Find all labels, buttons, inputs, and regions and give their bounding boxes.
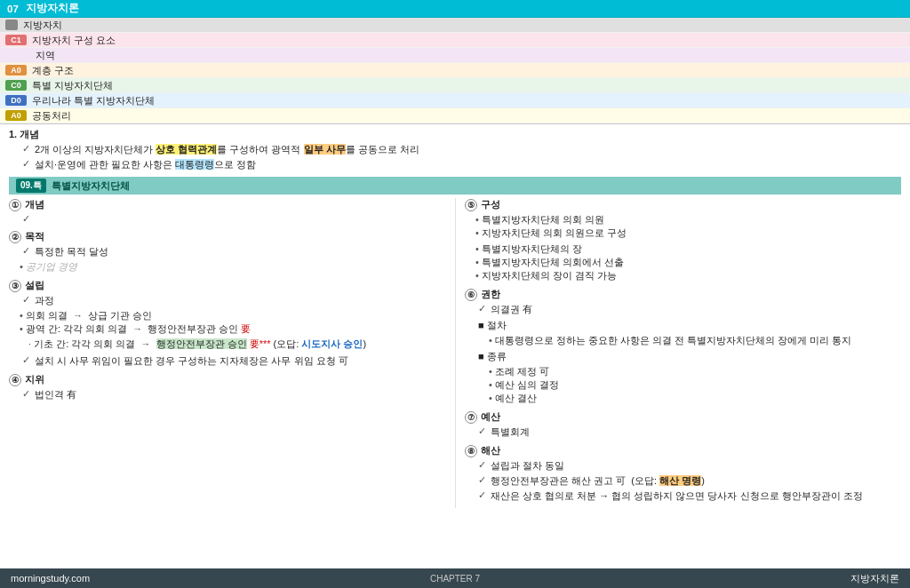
chapter-header-bar: 07 지방자치론: [0, 0, 910, 18]
nav-label-4: 특별 지방자치단체: [32, 79, 113, 92]
concept-item-2: ✓ 설치·운영에 관한 필요한 사항은 대통령령으로 정함: [22, 158, 901, 171]
l4-check-icon: ✓: [22, 388, 30, 400]
right-section-7-title: ⑦ 예산: [465, 410, 901, 424]
concept-item-1: ✓ 2개 이상의 지방자치단체가 상호 협력관계를 구성하여 광역적 일부 사무…: [22, 143, 901, 156]
right-section-5: ⑤ 구성 특별지방자치단체 의회 의원 지방자치단체 의회 의원으로 구성 특별…: [465, 198, 901, 282]
l3-extra-icon: ✓: [22, 354, 30, 366]
nav-item-2[interactable]: 지역: [0, 48, 910, 63]
nav-badge-4: C0: [5, 80, 27, 91]
l2-sub-item: 공기업 경영: [20, 260, 446, 274]
l2-check-icon: ✓: [22, 245, 30, 257]
nav-item-6[interactable]: A0 공동처리: [0, 108, 910, 123]
right-section-6: ⑥ 권한 ✓ 의결권 有 ■ 절차 대통령령으로 정하는 중요한 사항은 의결 …: [465, 288, 901, 405]
r6-types-section: ■ 종류 조례 제정 可 예산 심의 결정 예산 결산: [478, 350, 901, 405]
l3-process-list: 의회 의결 → 상급 기관 승인 광역 간: 각각 의회 의결 → 행정안전부장…: [20, 309, 446, 336]
l1-check-icon: ✓: [22, 213, 30, 225]
left-section-4-title: ④ 지위: [9, 373, 446, 386]
nav-badge-5: D0: [5, 95, 27, 106]
r5-item-1: 특별지방자치단체 의회 의원: [475, 213, 901, 226]
r5-list2: 특별지방자치단체의 장 특별지방자치단체 의회에서 선출 지방자치단체의 장이 …: [475, 242, 901, 282]
r5-list: 특별지방자치단체 의회 의원 지방자치단체 의회 의원으로 구성: [475, 213, 901, 240]
r6-type-2: 예산 심의 결정: [489, 378, 901, 392]
num-circle-2: ②: [9, 231, 21, 243]
left-section-1-title: ① 개념: [9, 198, 446, 211]
nav-item-4[interactable]: C0 특별 지방자치단체: [0, 78, 910, 93]
l2-sublist: 공기업 경영: [20, 260, 446, 274]
footer-chapter: CHAPTER 7: [430, 574, 480, 584]
l2-check: ✓ 특정한 목적 달성: [22, 245, 446, 258]
right-section-5-title: ⑤ 구성: [465, 198, 901, 211]
left-section-3: ③ 설립 ✓ 과정 의회 의결 → 상급 기관 승인 광역 간: 각각 의회 의…: [9, 279, 446, 368]
r8-check-2: ✓ 행정안전부장관은 해산 권고 可 (오답: 해산 명령): [478, 474, 901, 488]
page-footer: morningstudy.com CHAPTER 7 지방자치론: [0, 568, 910, 588]
special-section-title: 특별지방자치단체: [52, 179, 130, 193]
r6-check-icon: ✓: [478, 303, 486, 314]
num-circle-8: ⑧: [465, 445, 477, 457]
two-col-layout: ① 개념 ✓ ② 목적 ✓ 특정한 목적 달성 공: [9, 198, 901, 508]
l3-check-icon: ✓: [22, 294, 30, 306]
nav-label-3: 계층 구조: [32, 64, 74, 77]
l3-process-sub: 기초 간: 각각 의회 의결 → 행정안전부장관 승인 要*** (오답: 시도…: [28, 338, 446, 351]
r8-check-icon-3: ✓: [478, 489, 486, 501]
l3-process-title: ✓ 과정: [22, 294, 446, 307]
nav-badge-6: A0: [5, 110, 27, 121]
highlight-work: 일부 사무: [304, 144, 346, 155]
l3-p3: 기초 간: 각각 의회 의결 → 행정안전부장관 승인 要*** (오답: 시도…: [28, 338, 446, 351]
r8-check-3: ✓ 재산은 상호 협의로 처분 → 협의 성립하지 않으면 당사자 신청으로 행…: [478, 489, 901, 503]
right-section-8: ⑧ 해산 ✓ 설립과 절차 동일 ✓ 행정안전부장관은 해산 권고 可 (오답:…: [465, 444, 901, 503]
num-circle-3: ③: [9, 280, 21, 292]
r5-item-4: 특별지방자치단체 의회에서 선출: [475, 256, 901, 269]
special-section-badge: 09.특: [16, 179, 46, 193]
r6-decision: ✓ 의결권 有: [478, 303, 901, 316]
l3-p1: 의회 의결 → 상급 기관 승인: [20, 309, 446, 322]
r6-procedure-title: ■ 절차: [478, 319, 901, 332]
nav-item-0[interactable]: 지방자치: [0, 18, 910, 33]
right-section-6-title: ⑥ 권한: [465, 288, 901, 301]
r5-item-5: 지방자치단체의 장이 겸직 가능: [475, 269, 901, 282]
num-circle-6: ⑥: [465, 289, 477, 301]
section-concept: 1. 개념 ✓ 2개 이상의 지방자치단체가 상호 협력관계를 구성하여 광역적…: [9, 128, 901, 171]
num-circle-1: ①: [9, 199, 21, 211]
nav-label-2: 지역: [36, 49, 55, 62]
r8-check-icon-2: ✓: [478, 474, 486, 486]
l3-p2: 광역 간: 각각 의회 의결 → 행정안전부장관 승인 要: [20, 322, 446, 336]
footer-site: morningstudy.com: [11, 573, 90, 584]
r5-item-3: 특별지방자치단체의 장: [475, 242, 901, 256]
num-circle-5: ⑤: [465, 199, 477, 211]
nav-label-1: 지방자치 구성 요소: [32, 34, 116, 47]
right-section-7: ⑦ 예산 ✓ 특별회계: [465, 410, 901, 439]
nav-badge-0: [5, 20, 18, 30]
nav-item-5[interactable]: D0 우리나라 특별 지방자치단체: [0, 93, 910, 108]
r6-types-list: 조례 제정 可 예산 심의 결정 예산 결산: [489, 365, 901, 405]
r6-proc-item: 대통령령으로 정하는 중요한 사항은 의결 전 특별지방자치단체의 장에게 미리…: [489, 334, 901, 347]
l3-extra: ✓ 설치 시 사무 위임이 필요한 경우 구성하는 지자체장은 사무 위임 요청…: [22, 354, 446, 368]
r6-type-3: 예산 결산: [489, 392, 901, 405]
nav-label-5: 우리나라 특별 지방자치단체: [32, 94, 155, 107]
left-section-2-title: ② 목적: [9, 230, 446, 243]
right-section-8-title: ⑧ 해산: [465, 444, 901, 457]
r7-check-icon: ✓: [478, 425, 486, 437]
footer-subject: 지방자치론: [850, 572, 899, 585]
r5-item-2: 지방자치단체 의회 의원으로 구성: [475, 226, 901, 240]
nav-item-3[interactable]: A0 계층 구조: [0, 63, 910, 78]
r6-types-title: ■ 종류: [478, 350, 901, 363]
highlight-cooperation: 상호 협력관계: [156, 144, 217, 155]
main-content: 1. 개념 ✓ 2개 이상의 지방자치단체가 상호 협력관계를 구성하여 광역적…: [0, 124, 910, 517]
r6-type-1: 조례 제정 可: [489, 365, 901, 378]
check-icon-2: ✓: [22, 158, 30, 170]
left-column: ① 개념 ✓ ② 목적 ✓ 특정한 목적 달성 공: [9, 198, 455, 508]
r6-procedure-section: ■ 절차 대통령령으로 정하는 중요한 사항은 의결 전 특별지방자치단체의 장…: [478, 319, 901, 347]
nav-item-1[interactable]: C1 지방자치 구성 요소: [0, 33, 910, 48]
hl-minister: 행정안전부장관 승인: [156, 338, 247, 349]
nav-badge-3: A0: [5, 65, 27, 75]
left-section-2: ② 목적 ✓ 특정한 목적 달성 공기업 경영: [9, 230, 446, 274]
nav-label-6: 공동처리: [32, 109, 71, 123]
chapter-title: 지방자치론: [26, 2, 79, 15]
r8-check-icon-1: ✓: [478, 459, 486, 471]
left-section-1: ① 개념 ✓: [9, 198, 446, 225]
r8-check-1: ✓ 설립과 절차 동일: [478, 459, 901, 473]
nav-badge-1: C1: [5, 35, 27, 45]
r6-procedure-list: 대통령령으로 정하는 중요한 사항은 의결 전 특별지방자치단체의 장에게 미리…: [489, 334, 901, 347]
l1-check: ✓: [22, 213, 446, 225]
check-icon-1: ✓: [22, 143, 30, 155]
